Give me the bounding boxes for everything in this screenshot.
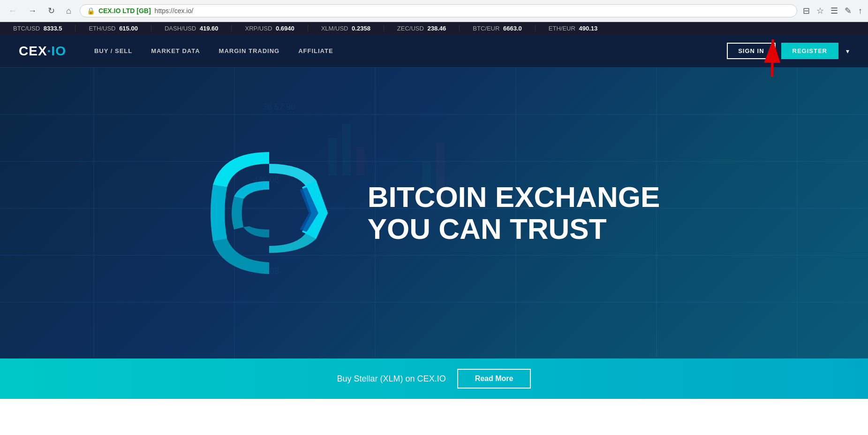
main-nav: CEX·IO BUY / SELL MARKET DATA MARGIN TRA…: [0, 35, 868, 68]
ticker-pair: DASH/USD: [165, 25, 196, 32]
hero-logo-icon: [208, 147, 330, 279]
ticker-pair: ZEC/USD: [397, 25, 424, 32]
ticker-price: 6663.0: [503, 25, 522, 32]
banner-text: Buy Stellar (XLM) on CEX.IO: [337, 374, 446, 384]
hero-line2: YOU CAN TRUST: [368, 213, 660, 245]
read-more-button[interactable]: Read More: [457, 369, 531, 389]
hero-content: BITCOIN EXCHANGE YOU CAN TRUST: [208, 147, 660, 279]
browser-actions: ⊟ ☆ ☰ ✎ ↑: [803, 6, 862, 16]
nav-links: BUY / SELL MARKET DATA MARGIN TRADING AF…: [94, 47, 727, 54]
logo-text: CEX·IO: [19, 44, 66, 59]
nav-actions: SIGN IN REGISTER ▾: [727, 43, 849, 59]
logo-cex: CEX: [19, 44, 47, 58]
ticker-price: 238.46: [428, 25, 446, 32]
ticker-item-xrpusd: XRP/USD 0.6940: [232, 25, 308, 32]
ticker-pair: BTC/EUR: [473, 25, 499, 32]
banner-bar: Buy Stellar (XLM) on CEX.IO Read More: [0, 359, 868, 399]
refresh-button[interactable]: ↻: [45, 4, 58, 18]
ticker-item-ethusd: ETH/USD 615.00: [75, 25, 151, 32]
logo-io: IO: [51, 44, 66, 58]
nav-market-data[interactable]: MARKET DATA: [151, 47, 200, 54]
register-button[interactable]: REGISTER: [781, 43, 838, 59]
ticker-price: 615.00: [119, 25, 138, 32]
signin-button[interactable]: SIGN IN: [727, 43, 775, 59]
bookmark-button[interactable]: ☆: [816, 6, 824, 16]
ticker-item-zecusd: ZEC/USD 238.46: [384, 25, 460, 32]
ticker-price: 490.13: [579, 25, 597, 32]
ticker-price: 419.60: [200, 25, 219, 32]
hero-line1: BITCOIN EXCHANGE: [368, 181, 660, 213]
ticker-pair: ETH/EUR: [549, 25, 575, 32]
hero-section: 38 57 98 440.08 6023.08: [0, 68, 868, 359]
ticker-item-btceur: BTC/EUR 6663.0: [460, 25, 535, 32]
browser-chrome: ← → ↻ ⌂ 🔒 CEX.IO LTD [GB] https://cex.io…: [0, 0, 868, 22]
ticker-price: 0.2358: [352, 25, 370, 32]
ticker-item-dashusd: DASH/USD 419.60: [151, 25, 232, 32]
browser-toolbar: ← → ↻ ⌂ 🔒 CEX.IO LTD [GB] https://cex.io…: [0, 0, 868, 22]
logo[interactable]: CEX·IO: [19, 44, 66, 59]
ticker-pair: XLM/USD: [321, 25, 348, 32]
share-button[interactable]: ↑: [858, 6, 862, 16]
ticker-item-btcusd: BTC/USD 8333.5: [0, 25, 75, 32]
address-bar[interactable]: 🔒 CEX.IO LTD [GB] https://cex.io/: [80, 4, 797, 17]
ticker-item-xlmusd: XLM/USD 0.2358: [308, 25, 384, 32]
nav-buy-sell[interactable]: BUY / SELL: [94, 47, 132, 54]
ticker-price: 0.6940: [276, 25, 294, 32]
favorites-button[interactable]: ☰: [830, 6, 838, 16]
nav-affiliate[interactable]: AFFILIATE: [298, 47, 333, 54]
ticker-pair: BTC/USD: [13, 25, 40, 32]
hero-tagline: BITCOIN EXCHANGE YOU CAN TRUST: [368, 181, 660, 245]
svg-text:38 57 98: 38 57 98: [263, 102, 295, 112]
ticker-pair: ETH/USD: [89, 25, 115, 32]
back-button[interactable]: ←: [6, 4, 20, 18]
ticker-item-etheur: ETH/EUR 490.13: [536, 25, 611, 32]
pen-button[interactable]: ✎: [845, 6, 852, 16]
forward-button[interactable]: →: [25, 4, 39, 18]
dropdown-arrow[interactable]: ▾: [846, 47, 849, 55]
ticker-bar: BTC/USD 8333.5 ETH/USD 615.00 DASH/USD 4…: [0, 22, 868, 35]
site-name: CEX.IO LTD [GB]: [98, 7, 151, 15]
url-text: https://cex.io/: [155, 7, 193, 15]
reader-button[interactable]: ⊟: [803, 6, 810, 16]
hero-tagline-text: BITCOIN EXCHANGE YOU CAN TRUST: [368, 181, 660, 245]
nav-margin-trading[interactable]: MARGIN TRADING: [219, 47, 280, 54]
ticker-pair: XRP/USD: [245, 25, 272, 32]
lock-icon: 🔒: [87, 7, 95, 15]
home-button[interactable]: ⌂: [63, 4, 74, 18]
ticker-price: 8333.5: [44, 25, 62, 32]
